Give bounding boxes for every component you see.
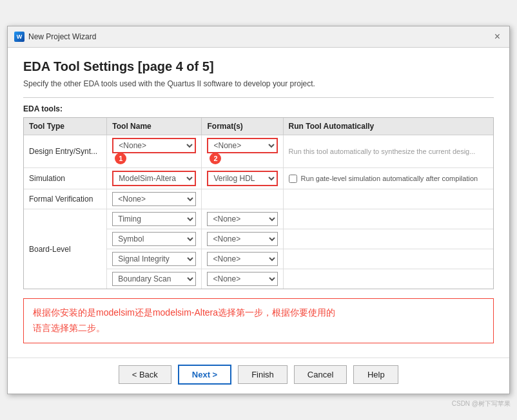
- format-symbol-select[interactable]: <None>: [207, 232, 277, 246]
- format-design-entry: <None> 2: [202, 135, 283, 168]
- format-simulation-select[interactable]: Verilog HDL VHDL <None>: [207, 171, 277, 186]
- window-title: New Project Wizard: [28, 32, 96, 41]
- run-auto-design-entry-text: Run this tool automatically to synthesiz…: [289, 148, 476, 155]
- format-boundary-select[interactable]: <None>: [207, 272, 277, 286]
- tool-type-design-entry: Design Entry/Synt...: [24, 135, 107, 168]
- tool-name-boundary: Boundary Scan <None>: [107, 269, 202, 289]
- tool-name-design-entry: <None> 1: [107, 135, 202, 168]
- tool-name-simulation: ModelSim-Altera <None>: [107, 168, 202, 189]
- format-formal: [202, 189, 283, 209]
- watermark: CSDN @树下写苹果: [452, 399, 511, 408]
- app-icon: W: [14, 32, 24, 42]
- page-title: EDA Tool Settings [page 4 of 5]: [23, 59, 494, 74]
- tool-name-formal-select[interactable]: <None>: [112, 192, 196, 206]
- col-header-run-auto: Run Tool Automatically: [283, 118, 493, 135]
- run-auto-simulation-checkbox[interactable]: [289, 175, 297, 183]
- next-button[interactable]: Next >: [178, 365, 231, 385]
- tool-name-symbol-select[interactable]: Symbol <None>: [112, 232, 196, 246]
- table-row: Board-Level Timing <None> <None>: [24, 209, 493, 229]
- content-area: EDA Tool Settings [page 4 of 5] Specify …: [8, 48, 509, 351]
- tool-name-formal: <None>: [107, 189, 202, 209]
- tool-type-simulation: Simulation: [24, 168, 107, 189]
- format-timing-select[interactable]: <None>: [207, 212, 277, 226]
- close-button[interactable]: ×: [492, 30, 503, 43]
- run-auto-design-entry: Run this tool automatically to synthesiz…: [283, 135, 493, 168]
- tool-name-signal: Signal Integrity <None>: [107, 249, 202, 269]
- tool-name-boundary-select[interactable]: Boundary Scan <None>: [112, 272, 196, 286]
- table-row: Design Entry/Synt... <None> 1 <None> 2: [24, 135, 493, 168]
- tool-type-board-level: Board-Level: [24, 209, 107, 289]
- annotation-text-line2: 语言选择第二步。: [33, 321, 484, 336]
- page-subtitle: Specify the other EDA tools used with th…: [23, 79, 494, 88]
- format-timing: <None>: [202, 209, 283, 229]
- eda-tools-table-container: Tool Type Tool Name Format(s) Run Tool A…: [23, 117, 494, 289]
- annotation-box: 根据你安装的是modelsim还是modelsim-Altera选择第一步，根据…: [23, 298, 494, 343]
- run-auto-timing: [283, 209, 493, 229]
- run-auto-boundary: [283, 269, 493, 289]
- run-auto-signal: [283, 249, 493, 269]
- cancel-button[interactable]: Cancel: [294, 365, 347, 384]
- tool-name-signal-select[interactable]: Signal Integrity <None>: [112, 252, 196, 266]
- finish-button[interactable]: Finish: [238, 365, 288, 384]
- run-auto-formal: [283, 189, 493, 209]
- back-button[interactable]: < Back: [119, 365, 171, 384]
- format-signal: <None>: [202, 249, 283, 269]
- col-header-format: Format(s): [202, 118, 283, 135]
- divider: [23, 97, 494, 98]
- col-header-tool-name: Tool Name: [107, 118, 202, 135]
- run-auto-symbol: [283, 229, 493, 249]
- run-auto-simulation: Run gate-level simulation automatically …: [283, 168, 493, 189]
- col-header-tool-type: Tool Type: [24, 118, 107, 135]
- tool-name-timing: Timing <None>: [107, 209, 202, 229]
- format-symbol: <None>: [202, 229, 283, 249]
- tool-name-design-entry-select[interactable]: <None>: [112, 138, 196, 153]
- table-row: Formal Verification <None>: [24, 189, 493, 209]
- main-window: W New Project Wizard × EDA Tool Settings…: [7, 26, 510, 394]
- title-bar: W New Project Wizard ×: [8, 26, 509, 48]
- table-row: Simulation ModelSim-Altera <None> Verilo…: [24, 168, 493, 189]
- tool-name-symbol: Symbol <None>: [107, 229, 202, 249]
- help-button[interactable]: Help: [353, 365, 398, 384]
- eda-tools-table: Tool Type Tool Name Format(s) Run Tool A…: [24, 118, 493, 289]
- tool-name-timing-select[interactable]: Timing <None>: [112, 212, 196, 226]
- section-label: EDA tools:: [23, 104, 494, 113]
- footer: < Back Next > Finish Cancel Help: [8, 358, 509, 394]
- badge-2: 2: [210, 153, 221, 164]
- format-boundary: <None>: [202, 269, 283, 289]
- format-signal-select[interactable]: <None>: [207, 252, 277, 266]
- run-auto-simulation-label: Run gate-level simulation automatically …: [301, 175, 478, 182]
- annotation-text-line1: 根据你安装的是modelsim还是modelsim-Altera选择第一步，根据…: [33, 305, 484, 321]
- format-design-entry-select[interactable]: <None>: [207, 138, 277, 153]
- format-simulation: Verilog HDL VHDL <None>: [202, 168, 283, 189]
- tool-name-simulation-select[interactable]: ModelSim-Altera <None>: [112, 171, 196, 186]
- badge-1: 1: [115, 153, 126, 164]
- tool-type-formal: Formal Verification: [24, 189, 107, 209]
